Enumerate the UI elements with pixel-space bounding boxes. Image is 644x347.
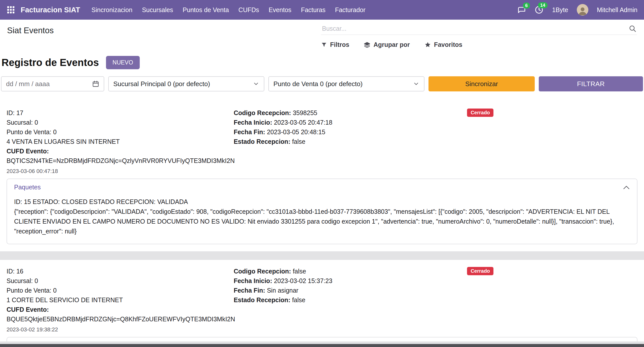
chevron-down-icon — [253, 81, 259, 87]
event-card: ID: 17 Sucursal: 0 Punto de Venta: 0 4 V… — [0, 101, 644, 251]
search-icon[interactable] — [629, 25, 636, 32]
chevron-up-icon — [623, 185, 630, 190]
branch-select[interactable]: Sucursal Principal 0 (por defecto) — [108, 76, 264, 91]
filter-toolbar: dd / mm / aaaa Sucursal Principal 0 (por… — [1, 76, 643, 91]
event-list: ID: 17 Sucursal: 0 Punto de Venta: 0 4 V… — [0, 101, 644, 347]
fecha-inicio-value: 2023-03-05 20:47:18 — [274, 119, 332, 126]
event-fecha-registro: 2023-03-06 00:47:18 — [7, 168, 234, 175]
event-punto-venta: Punto de Venta: 0 — [7, 127, 234, 137]
company-switcher[interactable]: 1Byte — [552, 6, 568, 14]
event-right-column: Cerrado — [467, 266, 637, 333]
menu-eventos[interactable]: Eventos — [264, 0, 296, 20]
codigo-recepcion-line: Codigo Recepcion: false — [234, 266, 467, 276]
status-badge: Cerrado — [467, 267, 493, 275]
top-navbar: Facturacion SIAT Sincronizacion Sucursal… — [0, 0, 644, 20]
search-options: Filtros Agrupar por Favoritos — [321, 41, 637, 48]
codigo-recepcion-value: 3598255 — [293, 109, 317, 116]
favorites-label: Favoritos — [434, 41, 462, 48]
paquetes-body: ID: 15 ESTADO: CLOSED ESTADO RECEPCION: … — [7, 195, 637, 244]
codigo-recepcion-line: Codigo Recepcion: 3598255 — [234, 108, 467, 118]
user-avatar[interactable] — [577, 4, 588, 16]
event-cufd: CUFD Evento: BQUE5QktjeE5BNzDRBMjdFRDZGN… — [7, 305, 234, 324]
codigo-recepcion-value: false — [293, 268, 306, 275]
bottom-dark-bar — [0, 344, 644, 347]
event-sucursal: Sucursal: 0 — [7, 118, 234, 127]
menu-facturador[interactable]: Facturador — [330, 0, 370, 20]
fecha-inicio-value: 2023-03-02 15:37:23 — [274, 277, 332, 284]
event-fecha-registro: 2023-03-02 19:38:22 — [7, 326, 234, 333]
estado-recepcion-label: Estado Recepcion: — [234, 138, 290, 145]
date-input[interactable]: dd / mm / aaaa — [1, 76, 104, 91]
group-by-button[interactable]: Agrupar por — [364, 41, 410, 48]
favorites-button[interactable]: Favoritos — [424, 41, 462, 48]
estado-recepcion-line: Estado Recepcion: false — [234, 295, 467, 305]
breadcrumb-title[interactable]: Siat Eventos — [7, 24, 54, 48]
codigo-recepcion-label: Codigo Recepcion: — [234, 109, 291, 116]
fecha-fin-value: 2023-03-05 20:48:15 — [267, 128, 325, 135]
page-heading: Registro de Eventos — [2, 57, 99, 68]
funnel-icon — [321, 42, 327, 48]
event-sucursal: Sucursal: 0 — [7, 276, 234, 286]
paquetes-panel: Paquetes ID: 15 ESTADO: CLOSED ESTADO RE… — [7, 179, 637, 244]
search-box[interactable] — [321, 24, 637, 35]
menu-sucursales[interactable]: Sucursales — [137, 0, 178, 20]
event-card: ID: 16 Sucursal: 0 Punto de Venta: 0 1 C… — [0, 260, 644, 347]
event-punto-venta: Punto de Venta: 0 — [7, 286, 234, 295]
activities-badge: 14 — [538, 2, 548, 8]
pos-selected-value: Punto de Venta 0 (por defecto) — [273, 80, 363, 88]
fecha-inicio-line: Fecha Inicio: 2023-03-02 15:37:23 — [234, 276, 467, 286]
event-right-column: Cerrado — [467, 108, 637, 175]
fecha-fin-label: Fecha Fin: — [234, 128, 265, 135]
layers-icon — [364, 42, 370, 48]
paquetes-toggle[interactable]: Paquetes — [7, 179, 637, 195]
navbar-right: 6 14 1Byte Mitchell Admin — [517, 4, 637, 16]
event-left-column: ID: 17 Sucursal: 0 Punto de Venta: 0 4 V… — [7, 108, 234, 175]
codigo-recepcion-label: Codigo Recepcion: — [234, 268, 291, 275]
new-button[interactable]: NUEVO — [106, 56, 140, 69]
cufd-label: CUFD Evento: — [7, 306, 49, 313]
filtrar-button[interactable]: FILTRAR — [539, 76, 643, 91]
event-cufd: CUFD Evento: BQTICS2N4TkE=NzDRBMjdFRDZGN… — [7, 146, 234, 165]
event-left-column: ID: 16 Sucursal: 0 Punto de Venta: 0 1 C… — [7, 266, 234, 333]
messages-button[interactable]: 6 — [517, 6, 526, 14]
filters-label: Filtros — [330, 41, 349, 48]
apps-grid-icon[interactable] — [7, 6, 15, 14]
menu-facturas[interactable]: Facturas — [296, 0, 330, 20]
cufd-value: BQUE5QktjeE5BNzDRBMjdFRDZGNjc=Q8KhfFZoUE… — [7, 316, 235, 323]
search-input[interactable] — [321, 25, 629, 32]
apps-grid-icon-svg — [7, 6, 15, 14]
fecha-fin-value: Sin asignar — [267, 287, 298, 294]
sincronizar-button[interactable]: Sincronizar — [428, 76, 535, 91]
star-icon — [424, 42, 431, 48]
fecha-inicio-label: Fecha Inicio: — [234, 277, 272, 284]
estado-recepcion-value: false — [292, 138, 305, 145]
fecha-inicio-line: Fecha Inicio: 2023-03-05 20:47:18 — [234, 118, 467, 127]
calendar-icon — [92, 80, 99, 87]
pos-select[interactable]: Punto de Venta 0 (por defecto) — [268, 76, 424, 91]
fecha-inicio-label: Fecha Inicio: — [234, 119, 272, 126]
estado-recepcion-label: Estado Recepcion: — [234, 296, 290, 303]
chevron-down-icon — [413, 81, 419, 87]
app-brand[interactable]: Facturacion SIAT — [21, 6, 80, 14]
fecha-fin-line: Fecha Fin: 2023-03-05 20:48:15 — [234, 127, 467, 137]
main-menu: Sincronizacion Sucursales Puntos de Vent… — [87, 0, 370, 20]
fecha-fin-line: Fecha Fin: Sin asignar — [234, 286, 467, 295]
event-id: ID: 16 — [7, 266, 234, 276]
estado-recepcion-line: Estado Recepcion: false — [234, 137, 467, 146]
person-icon — [578, 6, 588, 16]
menu-puntos-de-venta[interactable]: Puntos de Venta — [178, 0, 234, 20]
user-menu[interactable]: Mitchell Admin — [597, 6, 637, 14]
date-placeholder: dd / mm / aaaa — [6, 80, 50, 88]
activities-button[interactable]: 14 — [534, 5, 544, 14]
event-tipo: 4 VENTA EN LUGARES SIN INTERNET — [7, 137, 234, 146]
search-panel: Filtros Agrupar por Favoritos — [321, 24, 637, 48]
menu-sincronizacion[interactable]: Sincronizacion — [87, 0, 137, 20]
cufd-label: CUFD Evento: — [7, 148, 49, 155]
fecha-fin-label: Fecha Fin: — [234, 287, 265, 294]
menu-cufds[interactable]: CUFDs — [234, 0, 264, 20]
group-by-label: Agrupar por — [373, 41, 410, 48]
cufd-value: BQTICS2N4TkE=NzDRBMjdFRDZGNjc=QzlyVnRVR0… — [7, 157, 235, 164]
filters-button[interactable]: Filtros — [321, 41, 349, 48]
estado-recepcion-value: false — [292, 296, 305, 303]
bottom-gray-band — [0, 341, 644, 344]
